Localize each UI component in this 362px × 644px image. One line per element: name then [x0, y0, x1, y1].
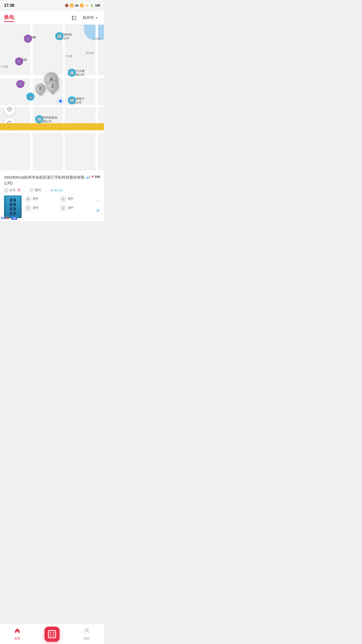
charge-count: 0个	[68, 197, 74, 201]
bus-stop-marker[interactable]: 🚌	[26, 93, 34, 101]
svg-rect-5	[75, 20, 76, 20]
road-arrow-left: ←	[8, 125, 11, 129]
slot-8	[13, 212, 16, 215]
reservation-meta: 🕐 预约	[29, 188, 41, 192]
swap-icon-wrap: 换	[25, 195, 32, 203]
slot-5	[10, 207, 12, 211]
navigation-icon: ➤	[50, 188, 53, 192]
poi-zhiyuan[interactable]: 🏢 杭州智源电子有限公司	[68, 96, 84, 105]
box-icon: 盒	[62, 206, 65, 210]
locate-button[interactable]	[4, 104, 15, 115]
building-label-21: 21号楼	[93, 37, 101, 41]
open-status-label: 营	[17, 188, 21, 192]
station-meta: 🕐 全天 营 | 🕐 预约 | ➤ 46.0m	[4, 188, 100, 192]
signal-bar-2	[87, 177, 88, 179]
signal-display: ✖ 100	[86, 175, 100, 179]
card-body: 换 0个 充 0个 空 0个 盒 0个	[4, 195, 100, 218]
signal-error-icon: ✖	[92, 175, 94, 178]
grid-list-button[interactable]	[71, 14, 78, 21]
cluster-pin-2[interactable]: 2	[47, 80, 59, 92]
station-cabinet	[6, 197, 19, 217]
empty-count: 0个	[33, 206, 39, 210]
road-vertical-2	[63, 25, 65, 171]
clock-icon-2: 🕐	[29, 188, 34, 192]
cabinet-slots	[10, 198, 16, 215]
card-header: 299280014(杭州市余杭区浙江宇松科技股份有限公司) ✖ 100	[4, 175, 100, 186]
wifi-icon: 📶	[70, 4, 74, 7]
empty-icon-wrap: 空	[25, 205, 32, 212]
building-label-3: 3号楼	[65, 54, 72, 58]
poi-pinquan[interactable]: 🛒 品全购物	[24, 35, 36, 39]
map-background	[0, 25, 104, 171]
stat-empty: 空 0个	[25, 205, 58, 212]
city-name: 杭州市	[83, 15, 94, 20]
charging-icon: ⚡	[85, 4, 89, 7]
signal-bars-icon: 📶	[80, 4, 84, 7]
nav-title: 换电	[4, 14, 14, 21]
main-road-yellow: ← →	[0, 123, 104, 130]
signal-bar-3	[88, 176, 89, 179]
baidu-logo: Baidu 地图	[1, 216, 17, 220]
slot-3	[10, 203, 12, 206]
swap-icon: 换	[27, 197, 30, 201]
cluster-2-value: 2	[51, 84, 54, 89]
slot-2	[13, 198, 16, 202]
reservation-label: 预约	[35, 188, 41, 192]
all-day-label: 全天	[9, 188, 16, 192]
poi-haoyouduo[interactable]: 🛒 好又多	[16, 80, 25, 85]
distance-value: 46.0m	[54, 188, 63, 192]
user-location-dot	[58, 99, 63, 103]
box-icon-wrap: 盒	[60, 205, 67, 212]
signal-bar-1	[86, 178, 87, 179]
charge-icon-wrap: 充	[60, 195, 67, 203]
poi-yusong[interactable]: 🏢 浙江宇松科技股份有限公司	[35, 115, 57, 124]
nav-title-underline	[4, 21, 14, 22]
box-count: 0个	[68, 206, 74, 210]
road-arrow-right: →	[85, 125, 89, 129]
nav-title-wrap: 换电	[4, 14, 14, 22]
svg-rect-3	[72, 18, 74, 20]
slot-statistics: 换 0个 充 0个 空 0个 盒 0个	[25, 195, 93, 212]
map-link[interactable]: 测	[96, 209, 100, 213]
stat-charge: 充 0个	[60, 195, 93, 203]
nav-right: 杭州市 ▼	[71, 14, 100, 21]
stat-box: 盒 0个	[60, 205, 93, 212]
status-time: 17:30	[4, 3, 14, 8]
city-selector[interactable]: 杭州市 ▼	[81, 14, 100, 21]
chevron-down-icon: ▼	[95, 16, 98, 20]
card-right: — 测	[96, 195, 100, 216]
map-container[interactable]: ← → 21号楼 2号楼 3号楼 荆大线 🛒 品全购物 🏢 深圳城铄科技有限公司…	[0, 25, 104, 171]
slot-7	[10, 212, 12, 215]
clock-icon: 🕐	[4, 188, 8, 192]
station-image	[4, 195, 22, 218]
hours-meta: 🕐 全天 营	[4, 188, 21, 192]
status-icons: 🔕 📶 4G 📶 ⚡ 🔋 100	[65, 4, 100, 7]
cluster-pin-0[interactable]: 0	[35, 84, 45, 94]
building-label-2: 2号楼	[1, 65, 8, 69]
charge-icon: 充	[62, 197, 65, 201]
road-horizontal-3	[0, 130, 104, 133]
svg-rect-0	[72, 16, 74, 18]
road-label-jing: 荆大线	[86, 51, 94, 55]
signal-bar-4	[90, 175, 90, 179]
road-horizontal-2	[0, 105, 104, 107]
stat-swap: 换 0个	[25, 195, 58, 203]
meta-separator-2: |	[45, 188, 46, 192]
slot-1	[10, 198, 12, 202]
meta-separator-1: |	[25, 188, 25, 192]
cluster-0-value: 0	[39, 87, 41, 91]
signal-value: 100	[95, 175, 100, 179]
poi-shiji[interactable]: 🛒 世纪华联	[15, 57, 27, 62]
svg-rect-4	[75, 18, 76, 19]
svg-point-7	[9, 108, 10, 110]
poi-shenzhen-co[interactable]: 🏢 深圳城铄科技有限公司	[55, 32, 72, 41]
slot-6	[13, 207, 16, 211]
station-name: 299280014(杭州市余杭区浙江宇松科技股份有限公司)	[4, 175, 86, 186]
signal-4g-icon: 4G	[75, 4, 79, 7]
locate-icon	[7, 106, 12, 113]
dash-indicator: —	[96, 198, 100, 203]
silent-icon: 🔕	[65, 4, 69, 7]
battery-level: 100	[95, 4, 100, 7]
poi-zheda[interactable]: 🏢 浙江浙大方圆化工有限公司	[68, 69, 84, 77]
battery-icon: 🔋	[90, 4, 94, 7]
